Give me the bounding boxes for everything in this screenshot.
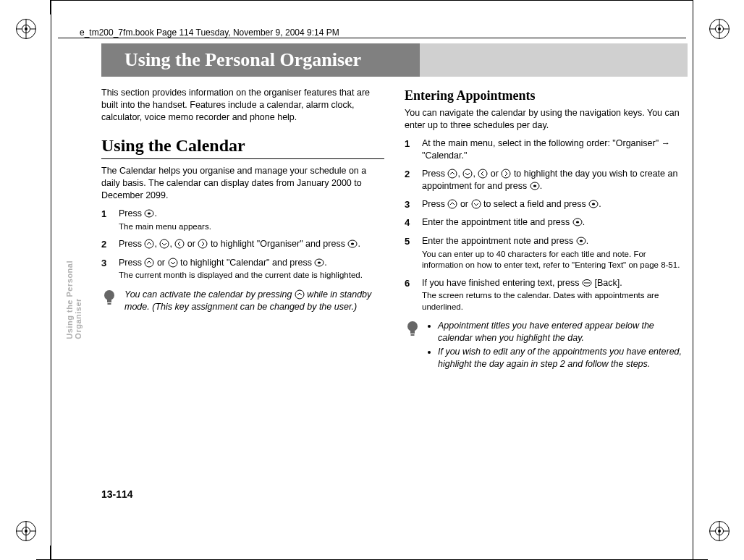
- svg-point-21: [533, 184, 536, 187]
- nav-left-icon: [174, 239, 185, 249]
- svg-point-1: [148, 212, 151, 214]
- step-2: 2 Press , , or to highlight the day you …: [405, 168, 688, 192]
- step-3: 3 Press or to highlight "Calendar" and p…: [101, 257, 384, 281]
- chapter-title: Using the Personal Organiser: [114, 43, 420, 77]
- step-1: 1 At the main menu, select in the follow…: [405, 137, 688, 162]
- centre-key-icon: [530, 181, 540, 191]
- svg-point-19: [502, 169, 510, 178]
- page-content: Using the Personal Organiser This sectio…: [101, 43, 688, 372]
- header-rule: [58, 38, 686, 38]
- section-heading-calendar: Using the Calendar: [101, 134, 384, 157]
- registration-target-icon: [709, 19, 730, 39]
- nav-right-icon: [198, 239, 208, 249]
- svg-point-23: [472, 200, 481, 208]
- svg-rect-34: [411, 334, 415, 336]
- svg-rect-33: [410, 331, 415, 334]
- svg-point-5: [198, 239, 207, 248]
- registration-target-icon: [709, 521, 730, 541]
- nav-up-icon: [447, 169, 457, 179]
- svg-point-15: [295, 290, 304, 299]
- registration-target-icon: [16, 19, 36, 39]
- svg-point-3: [160, 239, 169, 248]
- svg-point-18: [478, 169, 487, 178]
- svg-point-2: [145, 239, 153, 248]
- svg-point-7: [351, 242, 354, 245]
- step-4: 4 Enter the appointment title and press …: [405, 216, 688, 229]
- nav-down-icon: [471, 199, 481, 209]
- softkey-icon: [582, 278, 592, 288]
- tip-note: Appointment titles you have entered appe…: [405, 320, 688, 372]
- centre-key-icon: [588, 199, 599, 209]
- registration-target-icon: [16, 521, 36, 541]
- chapter-heading-bar: Using the Personal Organiser: [101, 43, 688, 77]
- centre-key-icon: [576, 236, 586, 246]
- tip-note: You can activate the calendar by pressin…: [101, 289, 384, 313]
- nav-right-icon: [501, 169, 511, 179]
- side-tab-label: Using the Personal Organiser: [65, 260, 75, 339]
- svg-point-32: [407, 321, 418, 331]
- step-3: 3 Press or to select a field and press .: [405, 198, 688, 211]
- step-5: 5 Enter the appointment note and press .…: [405, 235, 688, 271]
- nav-down-icon: [462, 169, 473, 179]
- centre-key-icon: [144, 208, 154, 219]
- step-6: 6 If you have finished entering text, pr…: [405, 277, 688, 313]
- svg-rect-13: [107, 300, 111, 302]
- centre-key-icon: [572, 217, 583, 227]
- step-1: 1 Press . The main menu appears.: [101, 208, 384, 232]
- svg-point-29: [579, 239, 582, 242]
- left-column: This section provides information on the…: [101, 87, 384, 372]
- nav-up-icon: [144, 258, 154, 268]
- centre-key-icon: [347, 239, 358, 249]
- svg-point-27: [576, 221, 579, 223]
- framemaker-header: e_tm200_7fm.book Page 114 Tuesday, Novem…: [80, 27, 339, 38]
- appointments-paragraph: You can navigate the calendar by using t…: [405, 107, 688, 132]
- tip-bullet: Appointment titles you have entered appe…: [438, 320, 688, 344]
- svg-point-11: [318, 261, 321, 263]
- svg-point-25: [592, 203, 595, 205]
- svg-point-9: [169, 258, 177, 267]
- svg-rect-14: [108, 303, 111, 305]
- nav-left-icon: [478, 169, 488, 179]
- svg-point-12: [104, 290, 114, 300]
- svg-point-17: [463, 169, 472, 178]
- right-column: Entering Appointments You can navigate t…: [405, 87, 688, 372]
- centre-key-icon: [314, 258, 324, 268]
- svg-point-4: [175, 239, 184, 248]
- svg-point-16: [448, 169, 457, 178]
- calendar-paragraph: The Calendar helps you organise and mana…: [101, 165, 384, 202]
- nav-up-icon: [295, 289, 305, 300]
- subsection-heading-appointments: Entering Appointments: [405, 87, 688, 104]
- page-number: 13-114: [101, 488, 133, 500]
- nav-down-icon: [159, 239, 169, 249]
- nav-down-icon: [168, 258, 178, 268]
- step-2: 2 Press , , or to highlight "Organiser" …: [101, 238, 384, 251]
- tip-bullet: If you wish to edit any of the appointme…: [438, 346, 688, 370]
- nav-up-icon: [144, 239, 154, 249]
- lightbulb-icon: [101, 289, 117, 313]
- lightbulb-icon: [405, 320, 420, 372]
- nav-up-icon: [447, 199, 457, 209]
- svg-point-22: [448, 200, 457, 208]
- intro-paragraph: This section provides information on the…: [101, 87, 384, 124]
- svg-point-8: [145, 258, 153, 267]
